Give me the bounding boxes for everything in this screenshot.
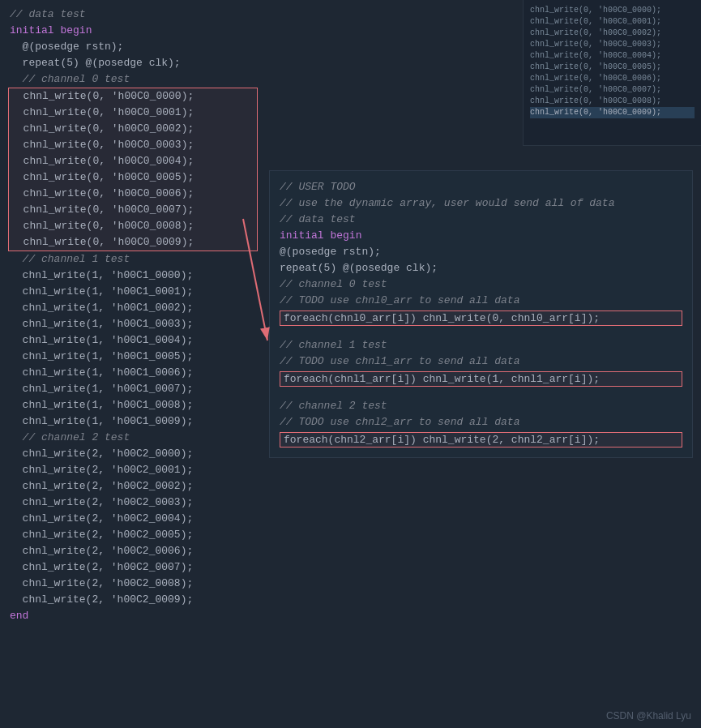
- snippet-line-6: chnl_write(0, 'h00C0_0005);: [530, 62, 695, 73]
- main-container: // data test initial begin @(posedge rst…: [0, 0, 701, 728]
- left-chnl-1-9: chnl_write(1, 'h00C1_0009);: [10, 413, 258, 430]
- left-ch2-comment: // channel 2 test: [10, 430, 258, 446]
- top-right-snippet: chnl_write(0, 'h00C0_0000); chnl_write(0…: [523, 0, 701, 146]
- left-chnl-2-9: chnl_write(2, 'h00C2_0009);: [10, 592, 258, 608]
- left-chnl-0-1: chnl_write(0, 'h00C0_0001);: [11, 105, 257, 121]
- snippet-line-7: chnl_write(0, 'h00C0_0006);: [530, 73, 695, 84]
- right-panel: chnl_write(0, 'h00C0_0000); chnl_write(0…: [258, 0, 701, 728]
- right-foreach1: foreach(chnl1_arr[i]) chnl_write(1, chnl…: [280, 371, 682, 387]
- snippet-line-4: chnl_write(0, 'h00C0_0003);: [530, 39, 695, 50]
- left-chnl-2-3: chnl_write(2, 'h00C2_0003);: [10, 495, 258, 511]
- left-chnl-2-7: chnl_write(2, 'h00C2_0007);: [10, 559, 258, 576]
- left-chnl-2-0: chnl_write(2, 'h00C2_0000);: [10, 446, 258, 462]
- right-ch0-comment: // channel 0 test: [280, 276, 682, 293]
- left-line-4: repeat(5) @(posedge clk);: [10, 55, 258, 71]
- left-chnl-0-2: chnl_write(0, 'h00C0_0002);: [11, 121, 257, 137]
- right-todo0: // TODO use chnl0_arr to send all data: [280, 293, 682, 309]
- watermark: CSDN @Khalid Lyu: [606, 710, 691, 722]
- right-foreach0: foreach(chnl0_arr[i]) chnl_write(0, chnl…: [280, 310, 682, 326]
- left-chnl-1-8: chnl_write(1, 'h00C1_0008);: [10, 397, 258, 413]
- left-chnl-1-7: chnl_write(1, 'h00C1_0007);: [10, 381, 258, 397]
- left-chnl-1-5: chnl_write(1, 'h00C1_0005);: [10, 349, 258, 365]
- left-chnl-0-0: chnl_write(0, 'h00C0_0000);: [11, 88, 257, 105]
- right-ch1-comment: // channel 1 test: [280, 337, 682, 353]
- right-posedge: @(posedge rstn);: [280, 244, 682, 260]
- right-comment2: // use the dynamic array, user would sen…: [280, 195, 682, 212]
- left-ch1-comment: // channel 1 test: [10, 251, 258, 268]
- left-chnl-1-1: chnl_write(1, 'h00C1_0001);: [10, 284, 258, 300]
- left-line-1: // data test: [10, 6, 258, 23]
- left-panel: // data test initial begin @(posedge rst…: [0, 0, 258, 728]
- left-chnl-0-8: chnl_write(0, 'h00C0_0008);: [11, 218, 257, 234]
- left-chnl-1-4: chnl_write(1, 'h00C1_0004);: [10, 332, 258, 349]
- snippet-line-highlighted: chnl_write(0, 'h00C0_0009);: [530, 107, 695, 118]
- left-chnl-2-2: chnl_write(2, 'h00C2_0002);: [10, 478, 258, 495]
- left-line-5: // channel 0 test: [10, 71, 258, 88]
- snippet-line-5: chnl_write(0, 'h00C0_0004);: [530, 50, 695, 62]
- right-foreach2: foreach(chnl2_arr[i]) chnl_write(2, chnl…: [280, 432, 682, 448]
- left-chnl-2-8: chnl_write(2, 'h00C2_0008);: [10, 576, 258, 592]
- snippet-line-3: chnl_write(0, 'h00C0_0002);: [530, 28, 695, 39]
- left-chnl-2-1: chnl_write(2, 'h00C2_0001);: [10, 462, 258, 478]
- left-line-3: @(posedge rstn);: [10, 39, 258, 55]
- left-highlight-block: chnl_write(0, 'h00C0_0000); chnl_write(0…: [8, 88, 258, 251]
- right-comment3: // data test: [280, 212, 682, 228]
- right-todo2: // TODO use chnl2_arr to send all data: [280, 414, 682, 430]
- left-chnl-0-7: chnl_write(0, 'h00C0_0007);: [11, 202, 257, 218]
- snippet-line-1: chnl_write(0, 'h00C0_0000);: [530, 5, 695, 16]
- left-chnl-1-2: chnl_write(1, 'h00C1_0002);: [10, 300, 258, 316]
- left-chnl-2-4: chnl_write(2, 'h00C2_0004);: [10, 511, 258, 527]
- left-end: end: [10, 608, 258, 624]
- left-chnl-0-5: chnl_write(0, 'h00C0_0005);: [11, 169, 257, 186]
- left-chnl-2-6: chnl_write(2, 'h00C2_0006);: [10, 543, 258, 559]
- right-code-box: // USER TODO // use the dynamic array, u…: [269, 170, 693, 458]
- left-chnl-0-4: chnl_write(0, 'h00C0_0004);: [11, 153, 257, 169]
- left-chnl-0-3: chnl_write(0, 'h00C0_0003);: [11, 137, 257, 153]
- left-chnl-1-0: chnl_write(1, 'h00C1_0000);: [10, 268, 258, 284]
- left-chnl-1-6: chnl_write(1, 'h00C1_0006);: [10, 365, 258, 381]
- left-chnl-0-9: chnl_write(0, 'h00C0_0009);: [11, 234, 257, 251]
- snippet-line-9: chnl_write(0, 'h00C0_0008);: [530, 96, 695, 107]
- left-line-2: initial begin: [10, 23, 258, 39]
- left-chnl-0-6: chnl_write(0, 'h00C0_0006);: [11, 186, 257, 202]
- right-initial: initial begin: [280, 228, 682, 244]
- snippet-line-8: chnl_write(0, 'h00C0_0007);: [530, 84, 695, 96]
- snippet-line-2: chnl_write(0, 'h00C0_0001);: [530, 16, 695, 28]
- right-todo1: // TODO use chnl1_arr to send all data: [280, 353, 682, 370]
- right-repeat: repeat(5) @(posedge clk);: [280, 260, 682, 276]
- left-chnl-2-5: chnl_write(2, 'h00C2_0005);: [10, 527, 258, 543]
- right-ch2-comment: // channel 2 test: [280, 398, 682, 414]
- right-user-todo: // USER TODO: [280, 179, 682, 195]
- left-chnl-1-3: chnl_write(1, 'h00C1_0003);: [10, 316, 258, 332]
